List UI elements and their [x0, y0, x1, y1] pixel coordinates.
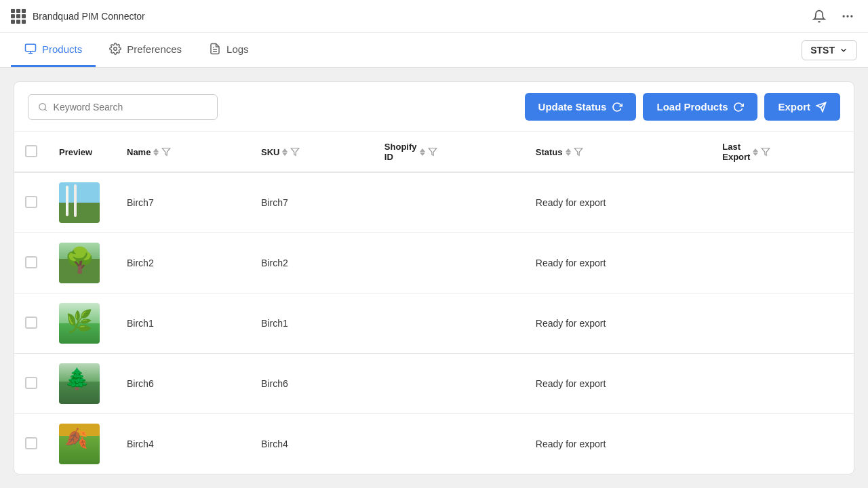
name-filter-icon[interactable]: [161, 147, 171, 157]
row-preview-2: [48, 233, 116, 293]
table-row: Birch4 Birch4 Ready for export: [14, 414, 854, 474]
svg-marker-15: [762, 148, 770, 156]
row-last-export-1: [711, 172, 854, 233]
row-checkbox-cell: [14, 233, 48, 293]
row-checkbox-3[interactable]: [25, 317, 37, 329]
tab-products-label: Products: [42, 43, 82, 55]
logs-tab-icon: [209, 43, 221, 55]
top-bar: Brandquad PIM Connector: [0, 0, 868, 33]
row-shopify-id-2: [374, 233, 525, 293]
svg-marker-11: [163, 148, 171, 156]
update-status-label: Update Status: [538, 101, 607, 113]
th-preview: Preview: [48, 132, 116, 172]
svg-line-8: [45, 108, 47, 110]
select-all-checkbox[interactable]: [25, 145, 37, 157]
row-checkbox-cell: [14, 293, 48, 354]
export-button[interactable]: Export: [764, 93, 840, 121]
product-thumbnail-5: [59, 424, 100, 464]
store-selector[interactable]: STST: [802, 40, 857, 60]
tab-preferences-label: Preferences: [127, 43, 182, 55]
status-filter-icon[interactable]: [574, 147, 583, 157]
row-status-5: Ready for export: [525, 414, 711, 474]
tab-logs[interactable]: Logs: [195, 33, 262, 67]
main-content: Update Status Load Products Export: [0, 68, 868, 488]
th-status[interactable]: Status: [525, 132, 711, 172]
row-checkbox-5[interactable]: [25, 437, 37, 449]
row-checkbox-1[interactable]: [25, 196, 37, 208]
row-name-2: Birch2: [116, 233, 250, 293]
sku-filter-icon[interactable]: [290, 147, 300, 157]
tab-preferences[interactable]: Preferences: [96, 33, 195, 67]
tab-products[interactable]: Products: [11, 33, 96, 67]
svg-point-0: [843, 15, 845, 17]
th-name[interactable]: Name: [116, 132, 250, 172]
row-last-export-3: [711, 293, 854, 354]
toolbar-buttons: Update Status Load Products Export: [525, 93, 840, 121]
product-thumbnail-4: [59, 363, 100, 404]
th-shopify-id[interactable]: ShopifyID: [374, 132, 525, 172]
store-selector-value: STST: [810, 45, 835, 56]
svg-marker-13: [429, 148, 437, 156]
product-thumbnail-3: [59, 303, 100, 344]
shopify-id-filter-icon[interactable]: [428, 147, 437, 157]
row-last-export-2: [711, 233, 854, 293]
export-label: Export: [778, 101, 810, 113]
update-status-button[interactable]: Update Status: [525, 93, 637, 121]
sku-sort-icon: [282, 148, 288, 156]
app-title: Brandquad PIM Connector: [33, 11, 145, 22]
load-products-button[interactable]: Load Products: [643, 93, 757, 121]
tab-bar: Products Preferences: [0, 33, 868, 68]
row-checkbox-cell: [14, 414, 48, 474]
row-name-4: Birch6: [116, 354, 250, 414]
tabs: Products Preferences: [11, 33, 262, 67]
search-box[interactable]: [28, 94, 218, 120]
row-name-3: Birch1: [116, 293, 250, 354]
row-sku-5: Birch4: [250, 414, 374, 474]
status-sort-icon: [566, 148, 571, 156]
row-shopify-id-1: [374, 172, 525, 233]
th-sku[interactable]: SKU: [250, 132, 374, 172]
products-table: Preview Name: [14, 132, 854, 474]
search-input[interactable]: [54, 102, 208, 113]
table-row: Birch1 Birch1 Ready for export: [14, 293, 854, 354]
toolbar: Update Status Load Products Export: [14, 82, 854, 132]
last-export-sort-icon: [753, 148, 758, 156]
refresh-icon-1: [612, 102, 623, 113]
row-preview-5: [48, 414, 116, 474]
load-products-label: Load Products: [656, 101, 728, 113]
notification-button[interactable]: [810, 7, 829, 26]
search-icon: [38, 102, 48, 113]
name-sort-icon: [153, 148, 159, 156]
th-last-export[interactable]: LastExport: [711, 132, 854, 172]
row-sku-4: Birch6: [250, 354, 374, 414]
row-name-5: Birch4: [116, 414, 250, 474]
row-checkbox-4[interactable]: [25, 377, 37, 389]
row-checkbox-2[interactable]: [25, 256, 37, 268]
row-last-export-4: [711, 354, 854, 414]
svg-marker-12: [292, 148, 300, 156]
row-shopify-id-3: [374, 293, 525, 354]
top-bar-left: Brandquad PIM Connector: [11, 9, 145, 24]
row-shopify-id-5: [374, 414, 525, 474]
svg-point-4: [114, 47, 117, 51]
row-preview-1: [48, 172, 116, 233]
row-checkbox-cell: [14, 172, 48, 233]
last-export-filter-icon[interactable]: [761, 147, 770, 157]
shopify-id-sort-icon: [420, 148, 425, 156]
row-sku-1: Birch7: [250, 172, 374, 233]
row-status-2: Ready for export: [525, 233, 711, 293]
row-preview-3: [48, 293, 116, 354]
products-panel: Update Status Load Products Export: [14, 81, 854, 474]
row-status-1: Ready for export: [525, 172, 711, 233]
more-options-button[interactable]: [838, 7, 857, 26]
tab-logs-label: Logs: [226, 43, 249, 55]
table-row: Birch7 Birch7 Ready for export: [14, 172, 854, 233]
row-checkbox-cell: [14, 354, 48, 414]
table-row: Birch6 Birch6 Ready for export: [14, 354, 854, 414]
row-sku-3: Birch1: [250, 293, 374, 354]
row-last-export-5: [711, 414, 854, 474]
export-icon: [816, 102, 827, 113]
table-row: Birch2 Birch2 Ready for export: [14, 233, 854, 293]
th-checkbox: [14, 132, 48, 172]
app-grid-icon[interactable]: [11, 9, 26, 24]
